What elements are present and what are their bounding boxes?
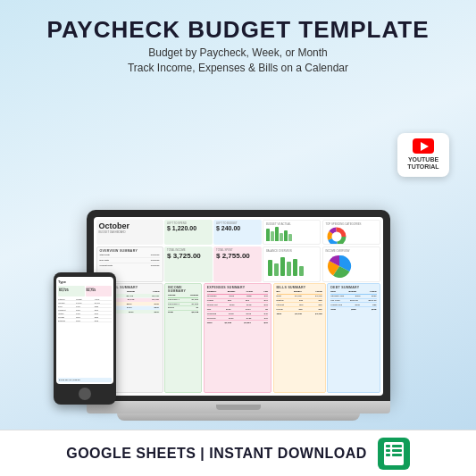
sheets-grid-icon <box>384 442 404 465</box>
youtube-badge[interactable]: YOUTUBETUTORIAL <box>397 133 449 177</box>
sheets-row <box>386 449 402 452</box>
svg-rect-5 <box>268 260 272 276</box>
ss-row-3: FINANCIAL SUMMARY CategoryBudgetActual I… <box>96 283 380 393</box>
left-to-budget-value: $ 240.00 <box>216 225 259 231</box>
laptop-notch <box>216 405 261 410</box>
phone-table-row: Entertain $200 $218 <box>58 319 112 322</box>
sheets-row <box>386 445 402 447</box>
subtitle2: Track Income, Expenses & Bills on a Cale… <box>47 62 430 74</box>
total-spent-value: $ 2,755.00 <box>216 252 259 260</box>
bills-summary-title: BILLS SUMMARY <box>277 286 322 289</box>
income-summary-panel: INCOME SUMMARY SourceAmount Paycheck 1$1… <box>164 283 202 393</box>
svg-point-4 <box>330 230 344 244</box>
sheets-cell <box>386 445 390 447</box>
header: PAYCHECK BUDGET TEMPLATE Budget by Paych… <box>29 0 447 79</box>
devices-wrapper: Type Income $3,725 Expenses $2,755 <box>0 79 476 430</box>
laptop-stand <box>117 413 360 421</box>
income-chart <box>326 253 353 280</box>
phone-bezel: Type Income $3,725 Expenses $2,755 <box>54 272 116 405</box>
debt-summary-title: DEBT SUMMARY <box>330 286 376 289</box>
balance-chart <box>266 253 304 278</box>
sheets-cell <box>386 449 390 452</box>
subtitle1: Budget by Paycheck, Week, or Month <box>47 46 430 59</box>
ss-row-2: OVERVIEW SUMMARY Start Date####### End D… <box>96 246 380 282</box>
left-to-spend-panel: LEFT TO SPEND $ 1,220.00 <box>164 220 213 245</box>
total-income-panel: TOTAL INCOME $ 3,725.00 <box>164 246 213 282</box>
month-label: October <box>99 221 161 230</box>
phone-spreadsheet: Type Income $3,725 Expenses $2,755 <box>56 277 113 384</box>
debt-summary-panel: DEBT SUMMARY DebtBudgetActual Student Lo… <box>327 283 380 393</box>
footer: GOOGLE SHEETS | INSTANT DOWNLOAD <box>0 430 476 476</box>
svg-rect-7 <box>280 257 285 276</box>
phone-device: Type Income $3,725 Expenses $2,755 <box>54 272 116 405</box>
budget-vs-actual-label: BUDGET VS ACTUAL <box>266 222 317 226</box>
income-overview-panel: INCOME OVERVIEW <box>322 246 380 282</box>
laptop-base <box>87 401 390 413</box>
balance-overview-panel: BALANCE OVERVIEW <box>263 246 321 282</box>
sheets-cell <box>392 449 402 452</box>
youtube-play-icon <box>421 142 429 151</box>
page-title: PAYCHECK BUDGET TEMPLATE <box>47 16 430 44</box>
svg-rect-10 <box>299 266 304 276</box>
spreadsheet-content: October BUDGET DASHBOARD LEFT TO SPEND $… <box>94 217 383 396</box>
top-spending-panel: TOP SPENDING CATEGORIES <box>322 220 380 245</box>
left-to-spend-value: $ 1,220.00 <box>167 225 210 231</box>
phone-panel-2: Expenses $2,755 <box>86 286 113 296</box>
main-container: PAYCHECK BUDGET TEMPLATE Budget by Paych… <box>0 0 476 476</box>
expenses-summary-panel: EXPENSES SUMMARY CategoryBudgetActualLef… <box>204 283 271 393</box>
google-sheets-icon <box>378 438 410 470</box>
youtube-icon <box>413 138 434 154</box>
top-spending-chart <box>326 226 351 245</box>
phone-home-button[interactable] <box>79 388 91 400</box>
expenses-summary-title: EXPENSES SUMMARY <box>207 286 268 289</box>
sheets-cell <box>392 454 402 456</box>
month-panel: October BUDGET DASHBOARD <box>96 220 163 245</box>
sheets-cell <box>386 454 390 456</box>
total-spent-panel: TOTAL SPENT $ 2,755.00 <box>213 246 262 282</box>
youtube-label: YOUTUBETUTORIAL <box>405 156 442 171</box>
total-income-value: $ 3,725.00 <box>167 252 210 260</box>
bills-summary-panel: BILLS SUMMARY BillBudgetActual Rent$1,20… <box>273 283 326 393</box>
phone-panel-1: Income $3,725 <box>58 286 85 296</box>
footer-text: GOOGLE SHEETS | INSTANT DOWNLOAD <box>66 446 367 462</box>
svg-rect-9 <box>293 259 297 276</box>
laptop-device: October BUDGET DASHBOARD LEFT TO SPEND $… <box>87 210 390 421</box>
budget-dashboard-label: BUDGET DASHBOARD <box>99 230 161 234</box>
left-to-budget-panel: LEFT TO BUDGET $ 240.00 <box>213 220 262 245</box>
ss-row-1: October BUDGET DASHBOARD LEFT TO SPEND $… <box>96 220 380 245</box>
svg-rect-6 <box>274 263 279 276</box>
overview-summary-title: OVERVIEW SUMMARY <box>100 249 160 253</box>
income-summary-title: INCOME SUMMARY <box>168 286 198 293</box>
sheets-row <box>386 454 402 456</box>
sheets-cell <box>392 445 402 447</box>
laptop-bezel: October BUDGET DASHBOARD LEFT TO SPEND $… <box>87 210 390 401</box>
budget-vs-actual-panel: BUDGET VS ACTUAL <box>263 220 321 245</box>
svg-rect-8 <box>287 262 291 276</box>
laptop-screen: October BUDGET DASHBOARD LEFT TO SPEND $… <box>94 217 383 396</box>
phone-screen: Type Income $3,725 Expenses $2,755 <box>56 277 113 384</box>
